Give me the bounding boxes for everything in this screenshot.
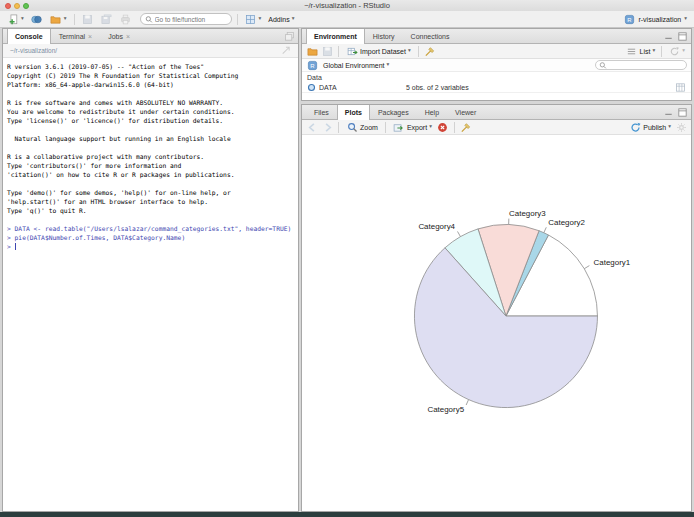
- data-object-icon: [307, 83, 316, 92]
- publish-label: Publish: [643, 124, 666, 131]
- console-caret[interactable]: [15, 243, 16, 250]
- project-menu-button[interactable]: R r-visualization ▾: [621, 12, 689, 26]
- import-dataset-button[interactable]: Import Dataset ▾: [344, 44, 413, 58]
- tab-label: Environment: [314, 33, 357, 40]
- tab-files[interactable]: Files: [306, 105, 337, 119]
- console-output-line: R version 3.6.1 (2019-07-05) -- "Action …: [7, 62, 294, 71]
- pie-label-category2: Category2: [548, 218, 585, 227]
- tab-viewer[interactable]: Viewer: [447, 105, 484, 119]
- list-view-label: List: [640, 48, 651, 55]
- open-file-button[interactable]: ▾: [48, 12, 69, 26]
- working-directory-label: ~/r-visualization/: [10, 47, 57, 54]
- pie-label-tick: [544, 227, 546, 232]
- list-view-icon: [626, 45, 638, 57]
- tab-jobs[interactable]: Jobs×: [100, 29, 138, 43]
- addins-button[interactable]: Addins ▾: [266, 15, 296, 24]
- tab-plots[interactable]: Plots: [337, 105, 370, 120]
- tab-label: Plots: [345, 109, 362, 116]
- gear-icon[interactable]: [675, 121, 687, 133]
- chevron-down-icon: ▾: [21, 16, 24, 22]
- tab-label: Files: [314, 109, 329, 116]
- console-output-line: Type 'q()' to quit R.: [7, 206, 294, 215]
- maximize-panel-icon[interactable]: [676, 107, 688, 119]
- save-button[interactable]: [80, 12, 96, 26]
- minimize-panel-icon[interactable]: [662, 31, 674, 43]
- popout-icon[interactable]: [279, 45, 291, 57]
- export-plot-button[interactable]: Export ▾: [391, 120, 434, 134]
- tab-console[interactable]: Console: [7, 29, 51, 44]
- zoom-magnifier-icon: [346, 121, 358, 133]
- r-project-icon: R: [623, 13, 635, 25]
- environment-toolbar: Import Dataset ▾ List ▾: [302, 44, 691, 59]
- next-plot-icon[interactable]: [321, 121, 333, 133]
- new-project-button[interactable]: [29, 12, 45, 26]
- panes-layout-button[interactable]: ▾: [243, 12, 264, 26]
- save-workspace-icon[interactable]: [321, 45, 333, 57]
- tab-history[interactable]: History: [365, 29, 403, 43]
- console-input-line: > pie(DATA$Number.of.Times, DATA$Categor…: [7, 233, 294, 242]
- addins-label: Addins: [268, 16, 289, 23]
- tab-label: Console: [15, 33, 43, 40]
- tab-label: Viewer: [455, 109, 476, 116]
- previous-plot-icon[interactable]: [306, 121, 318, 133]
- new-file-button[interactable]: ▾: [5, 12, 26, 26]
- clear-objects-broom-icon[interactable]: [424, 45, 436, 57]
- tab-close-icon[interactable]: ×: [126, 33, 130, 40]
- console-input-line: > DATA <- read.table("/Users/lsalazar/co…: [7, 224, 294, 233]
- tab-help[interactable]: Help: [417, 105, 447, 119]
- environment-search-box[interactable]: [595, 60, 687, 70]
- rstudio-window: ~/r-visualization - RStudio ▾ ▾: [0, 0, 694, 517]
- svg-text:R: R: [310, 62, 315, 68]
- svg-text:R: R: [627, 16, 632, 22]
- environment-object-row[interactable]: DATA 5 obs. of 2 variables: [302, 82, 691, 93]
- tab-environment[interactable]: Environment: [306, 29, 365, 44]
- chevron-down-icon: ▾: [292, 16, 295, 22]
- console-output-line: Platform: x86_64-apple-darwin15.6.0 (64-…: [7, 80, 294, 89]
- import-dataset-label: Import Dataset: [360, 48, 406, 55]
- pie-label-category3: Category3: [509, 209, 546, 218]
- environment-scope-button[interactable]: Global Environment ▾: [321, 61, 391, 70]
- publish-button[interactable]: Publish ▾: [627, 120, 673, 134]
- environment-tabbar: EnvironmentHistoryConnections: [302, 29, 691, 44]
- tab-packages[interactable]: Packages: [370, 105, 417, 119]
- import-dataset-icon: [346, 45, 358, 57]
- tab-terminal[interactable]: Terminal×: [51, 29, 101, 43]
- tab-connections[interactable]: Connections: [403, 29, 458, 43]
- main-toolbar: ▾ ▾: [0, 11, 694, 28]
- minimize-panel-icon[interactable]: [662, 107, 674, 119]
- refresh-environment-button[interactable]: ▾: [666, 44, 687, 58]
- maximize-panel-icon[interactable]: [676, 31, 688, 43]
- environment-search-input[interactable]: [607, 62, 685, 69]
- publish-icon: [629, 121, 641, 133]
- pie-label-category5: Category5: [427, 405, 464, 414]
- panes-grid-icon: [245, 13, 257, 25]
- titlebar: ~/r-visualization - RStudio: [0, 0, 694, 11]
- pie-label-category4: Category4: [418, 222, 455, 231]
- environment-section-header: Data: [302, 72, 691, 82]
- environment-view-mode-button[interactable]: List ▾: [624, 44, 658, 58]
- print-button[interactable]: [118, 12, 134, 26]
- view-data-grid-icon[interactable]: [674, 81, 686, 93]
- save-all-button[interactable]: [99, 12, 115, 26]
- tab-label: Packages: [378, 109, 409, 116]
- zoom-label: Zoom: [360, 124, 378, 131]
- console-tabbar: ConsoleTerminal×Jobs×: [3, 29, 298, 44]
- r-global-env-icon: R: [306, 59, 318, 71]
- console-output-line: Copyright (C) 2019 The R Foundation for …: [7, 71, 294, 80]
- refresh-icon: [668, 45, 680, 57]
- remove-plot-icon[interactable]: [437, 121, 449, 133]
- goto-file-search[interactable]: [140, 13, 232, 25]
- search-icon: [599, 61, 607, 69]
- load-workspace-icon[interactable]: [306, 45, 318, 57]
- chevron-down-icon: ▾: [408, 48, 411, 54]
- tab-close-icon[interactable]: ×: [88, 33, 92, 40]
- save-icon: [82, 13, 94, 25]
- goto-file-input[interactable]: [155, 16, 225, 23]
- open-folder-icon: [50, 13, 62, 25]
- zoom-plot-button[interactable]: Zoom: [344, 120, 380, 134]
- chevron-down-icon: ▾: [259, 16, 262, 22]
- window-bottom-edge: [0, 512, 694, 517]
- maximize-panel-icon[interactable]: [283, 31, 295, 43]
- clear-plots-broom-icon[interactable]: [460, 121, 472, 133]
- chevron-down-icon: ▾: [668, 124, 671, 130]
